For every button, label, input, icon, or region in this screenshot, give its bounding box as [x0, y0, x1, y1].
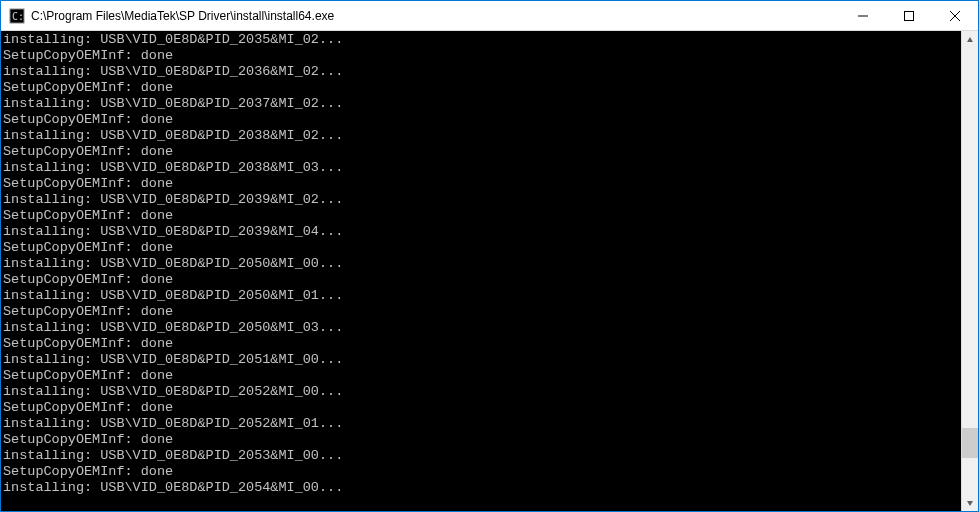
minimize-button[interactable] [840, 1, 886, 30]
console-line: SetupCopyOEMInf: done [3, 304, 959, 320]
svg-rect-3 [905, 11, 914, 20]
console-line: SetupCopyOEMInf: done [3, 176, 959, 192]
vertical-scrollbar[interactable] [961, 31, 978, 511]
console-line: installing: USB\VID_0E8D&PID_2039&MI_02.… [3, 192, 959, 208]
console-line: installing: USB\VID_0E8D&PID_2050&MI_03.… [3, 320, 959, 336]
console-line: SetupCopyOEMInf: done [3, 432, 959, 448]
console-line: installing: USB\VID_0E8D&PID_2038&MI_02.… [3, 128, 959, 144]
console-line: SetupCopyOEMInf: done [3, 464, 959, 480]
console-area: installing: USB\VID_0E8D&PID_2035&MI_02.… [1, 31, 978, 511]
console-line: SetupCopyOEMInf: done [3, 400, 959, 416]
scroll-down-arrow-icon[interactable] [962, 494, 978, 511]
scroll-up-arrow-icon[interactable] [962, 31, 978, 48]
console-line: SetupCopyOEMInf: done [3, 112, 959, 128]
close-button[interactable] [932, 1, 978, 30]
console-line: installing: USB\VID_0E8D&PID_2051&MI_00.… [3, 352, 959, 368]
console-line: SetupCopyOEMInf: done [3, 368, 959, 384]
console-line: installing: USB\VID_0E8D&PID_2050&MI_00.… [3, 256, 959, 272]
console-line: SetupCopyOEMInf: done [3, 144, 959, 160]
console-line: SetupCopyOEMInf: done [3, 80, 959, 96]
console-output[interactable]: installing: USB\VID_0E8D&PID_2035&MI_02.… [1, 31, 961, 511]
console-line: installing: USB\VID_0E8D&PID_2039&MI_04.… [3, 224, 959, 240]
console-line: installing: USB\VID_0E8D&PID_2054&MI_00.… [3, 480, 959, 496]
console-line: SetupCopyOEMInf: done [3, 240, 959, 256]
console-line: SetupCopyOEMInf: done [3, 272, 959, 288]
svg-marker-7 [967, 501, 973, 506]
window-titlebar: C: C:\Program Files\MediaTek\SP Driver\i… [1, 1, 978, 31]
scroll-thumb[interactable] [962, 428, 978, 458]
console-line: installing: USB\VID_0E8D&PID_2052&MI_00.… [3, 384, 959, 400]
console-line: installing: USB\VID_0E8D&PID_2037&MI_02.… [3, 96, 959, 112]
app-icon: C: [9, 8, 25, 24]
console-line: installing: USB\VID_0E8D&PID_2052&MI_01.… [3, 416, 959, 432]
scroll-track[interactable] [962, 48, 978, 494]
maximize-button[interactable] [886, 1, 932, 30]
console-line: SetupCopyOEMInf: done [3, 208, 959, 224]
console-line: SetupCopyOEMInf: done [3, 336, 959, 352]
console-line: installing: USB\VID_0E8D&PID_2050&MI_01.… [3, 288, 959, 304]
console-line: installing: USB\VID_0E8D&PID_2035&MI_02.… [3, 32, 959, 48]
console-line: installing: USB\VID_0E8D&PID_2038&MI_03.… [3, 160, 959, 176]
console-line: installing: USB\VID_0E8D&PID_2036&MI_02.… [3, 64, 959, 80]
console-line: installing: USB\VID_0E8D&PID_2053&MI_00.… [3, 448, 959, 464]
window-controls [840, 1, 978, 30]
svg-text:C:: C: [12, 11, 24, 22]
svg-marker-6 [967, 37, 973, 42]
console-line: SetupCopyOEMInf: done [3, 48, 959, 64]
window-title: C:\Program Files\MediaTek\SP Driver\inst… [31, 9, 840, 23]
